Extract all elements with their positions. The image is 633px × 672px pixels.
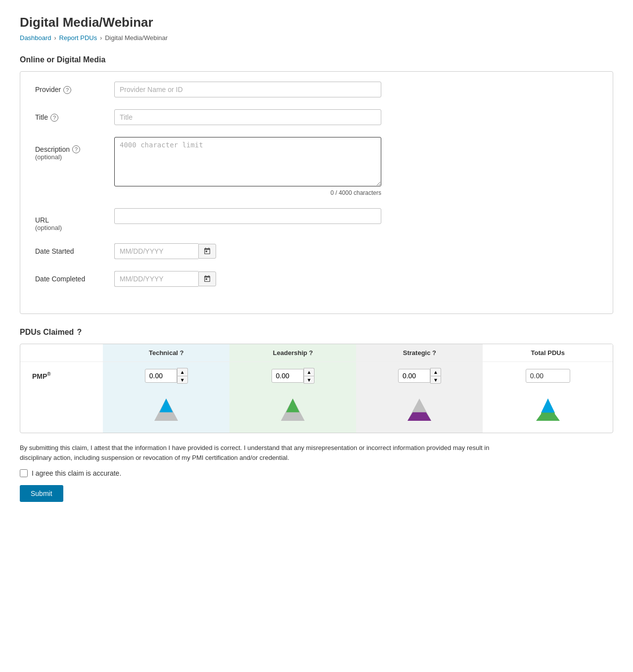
url-label: URL (optional) [35,208,114,231]
breadcrumb-separator-2: › [100,35,102,42]
date-completed-input[interactable] [114,271,198,287]
provider-row: Provider ? [35,82,598,97]
technical-increment-button[interactable]: ▲ [177,368,188,376]
date-started-input[interactable] [114,243,198,259]
total-icon-cell [483,390,613,433]
date-completed-field [114,271,598,287]
breadcrumb-dashboard[interactable]: Dashboard [20,34,51,42]
svg-marker-7 [407,412,431,421]
url-row: URL (optional) [35,208,598,231]
strategic-increment-button[interactable]: ▲ [430,368,441,376]
provider-field [114,82,598,97]
pdus-help-icon[interactable]: ? [77,328,82,337]
char-count: 0 / 4000 characters [114,189,381,196]
pdu-strategic-cell: ▲ ▼ [356,362,483,390]
date-started-field [114,243,598,259]
pdu-total-cell [483,362,613,390]
breadcrumb-report-pdus[interactable]: Report PDUs [59,34,97,42]
pdu-table: Technical ? Leadership ? Strategic ? Tot… [20,344,613,433]
technical-spinner: ▲ ▼ [111,368,222,384]
technical-spinner-btns: ▲ ▼ [177,368,188,384]
pdu-col-technical-header: Technical ? [103,344,229,362]
strategic-triangle-icon [405,396,434,425]
strategic-decrement-button[interactable]: ▼ [430,376,441,384]
date-completed-wrapper [114,271,223,287]
date-started-calendar-button[interactable] [198,244,216,259]
title-row: Title ? [35,109,598,125]
date-completed-label: Date Completed [35,271,114,283]
pdu-leadership-cell: ▲ ▼ [229,362,356,390]
technical-triangle-icon [151,396,181,425]
pdu-icon-row [20,390,613,433]
date-completed-row: Date Completed [35,271,598,287]
technical-decrement-button[interactable]: ▼ [177,376,188,384]
pdu-col-total-header: Total PDUs [483,344,613,362]
strategic-icon-cell [356,390,483,433]
description-row: Description ? (optional) 0 / 4000 charac… [35,137,598,196]
pdu-col-cert [20,344,103,362]
svg-marker-2 [160,399,173,412]
provider-label: Provider ? [35,82,114,94]
url-input[interactable] [114,208,381,224]
pdu-table-card: Technical ? Leadership ? Strategic ? Tot… [20,344,613,433]
technical-icon-cell [103,390,229,433]
agree-checkbox[interactable] [20,469,28,477]
date-started-row: Date Started [35,243,598,259]
agree-checkbox-label[interactable]: I agree this claim is accurate. [32,469,121,477]
agree-checkbox-row: I agree this claim is accurate. [20,469,613,477]
description-help-icon-inner[interactable]: ? [72,145,80,153]
leadership-spinner: ▲ ▼ [237,368,348,384]
pdu-col-strategic-header: Strategic ? [356,344,483,362]
submit-button[interactable]: Submit [20,485,63,502]
title-field [114,109,598,125]
technical-input[interactable] [145,369,177,383]
date-started-wrapper [114,243,223,259]
strategic-spinner: ▲ ▼ [364,368,475,384]
form-card: Provider ? Title ? Description ? (option… [20,71,613,314]
breadcrumb: Dashboard › Report PDUs › Digital Media/… [20,34,613,42]
breadcrumb-current: Digital Media/Webinar [105,34,168,42]
leadership-decrement-button[interactable]: ▼ [304,376,315,384]
attest-text: By submitting this claim, I attest that … [20,443,504,462]
form-section-title: Online or Digital Media [20,55,613,64]
title-input[interactable] [114,109,381,125]
provider-help-icon[interactable]: ? [63,86,71,94]
total-input[interactable] [526,369,570,383]
description-field: 0 / 4000 characters [114,137,598,196]
leadership-increment-button[interactable]: ▲ [304,368,315,376]
total-triangle-icon [533,396,563,425]
leadership-spinner-btns: ▲ ▼ [304,368,315,384]
pdu-cert-label: PMP® [20,362,103,390]
provider-input[interactable] [114,82,381,97]
calendar-icon [203,247,211,255]
calendar-icon-2 [203,275,211,283]
leadership-icon-cell [229,390,356,433]
breadcrumb-separator-1: › [54,35,56,42]
date-started-label: Date Started [35,243,114,255]
description-textarea[interactable] [114,137,381,186]
description-label: Description ? (optional) [35,137,114,161]
date-completed-calendar-button[interactable] [198,271,216,286]
strategic-input[interactable] [398,369,430,383]
pdu-row-pmp: PMP® ▲ ▼ ▲ ▼ [20,362,613,390]
page-title: Digital Media/Webinar [20,15,613,30]
strategic-spinner-btns: ▲ ▼ [430,368,441,384]
leadership-triangle-icon [278,396,308,425]
leadership-input[interactable] [271,369,304,383]
pdu-col-leadership-header: Leadership ? [229,344,356,362]
title-help-icon[interactable]: ? [50,114,58,122]
svg-marker-13 [542,399,554,413]
strategic-help-icon[interactable]: ? [432,349,436,357]
leadership-help-icon[interactable]: ? [309,349,313,357]
pdus-section-title: PDUs Claimed ? [20,328,613,337]
pdu-technical-cell: ▲ ▼ [103,362,229,390]
url-field [114,208,598,224]
total-input-wrapper [491,369,605,383]
svg-marker-4 [286,399,300,412]
title-label: Title ? [35,109,114,122]
technical-help-icon[interactable]: ? [180,349,184,357]
